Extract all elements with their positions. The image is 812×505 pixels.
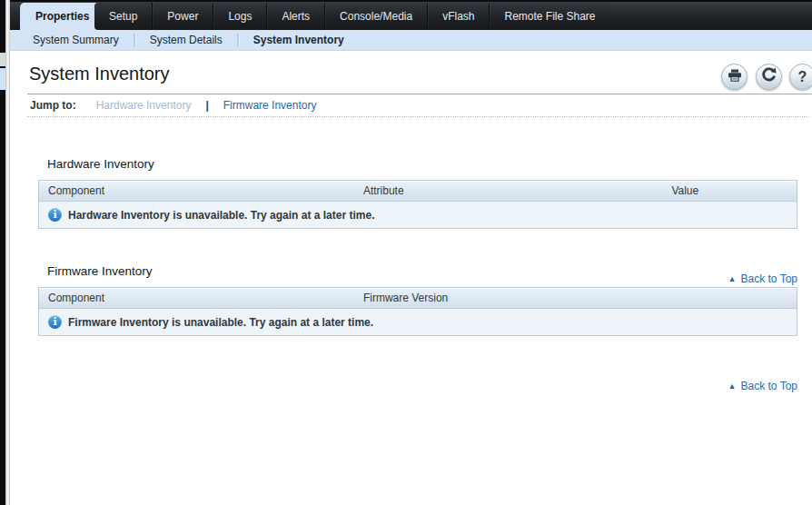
tab-alerts[interactable]: Alerts [266, 3, 324, 30]
hardware-unavailable-message: Hardware Inventory is unavailable. Try a… [68, 209, 374, 222]
tab-vflash[interactable]: vFlash [427, 3, 489, 30]
jump-to-row: Jump to: Hardware Inventory | Firmware I… [30, 99, 316, 112]
refresh-icon [761, 67, 777, 86]
header-divider [27, 94, 812, 94]
tab-properties[interactable]: Properties [20, 3, 104, 30]
frame-divider [5, 0, 10, 505]
hardware-table-header: Component Attribute Value [39, 181, 797, 202]
jump-link-separator: | [205, 99, 208, 112]
subtab-system-summary[interactable]: System Summary [30, 34, 122, 46]
firmware-unavailable-message: Firmware Inventory is unavailable. Try a… [68, 316, 373, 329]
sub-nav-bar: System Summary System Details System Inv… [10, 30, 812, 51]
up-triangle-icon: ▲ [728, 381, 737, 391]
up-triangle-icon: ▲ [728, 274, 737, 283]
tab-logs[interactable]: Logs [213, 3, 266, 30]
column-header-component: Component [39, 181, 354, 201]
tab-power[interactable]: Power [152, 3, 213, 30]
back-to-top-label: Back to Top [741, 380, 797, 392]
print-button[interactable] [721, 64, 748, 90]
column-header-component: Component [39, 288, 354, 308]
back-to-top-label: Back to Top [741, 272, 797, 285]
tab-remote-file-share[interactable]: Remote File Share [489, 3, 609, 30]
system-inventory-page: Properties Setup Power Logs Alerts Conso… [0, 0, 812, 505]
printer-icon [728, 69, 742, 85]
back-to-top-link-1[interactable]: ▲ Back to Top [728, 272, 797, 285]
tab-console-media[interactable]: Console/Media [324, 3, 427, 30]
tab-setup[interactable]: Setup [94, 3, 152, 30]
refresh-button[interactable] [756, 64, 782, 90]
column-header-attribute: Attribute [354, 181, 662, 201]
page-title: System Inventory [29, 64, 170, 84]
hardware-inventory-table: Component Attribute Value i Hardware Inv… [38, 180, 797, 229]
hardware-unavailable-row: i Hardware Inventory is unavailable. Try… [39, 202, 797, 228]
firmware-inventory-section-title: Firmware Inventory [47, 264, 153, 278]
jump-row-divider [27, 116, 808, 117]
column-header-value: Value [662, 181, 797, 201]
column-header-firmware-version: Firmware Version [354, 288, 797, 308]
top-nav-tabs: Setup Power Logs Alerts Console/Media vF… [94, 3, 610, 30]
jump-link-hardware-inventory[interactable]: Hardware Inventory [96, 99, 192, 112]
subtab-separator [134, 34, 135, 46]
info-icon: i [48, 208, 62, 222]
subtab-system-inventory[interactable]: System Inventory [251, 34, 347, 46]
firmware-table-header: Component Firmware Version [39, 288, 797, 309]
help-icon: ? [798, 69, 807, 85]
back-to-top-link-2[interactable]: ▲ Back to Top [728, 380, 797, 392]
subtab-system-details[interactable]: System Details [147, 34, 225, 46]
hardware-inventory-section-title: Hardware Inventory [47, 157, 154, 171]
firmware-inventory-table: Component Firmware Version i Firmware In… [38, 287, 797, 336]
jump-link-firmware-inventory[interactable]: Firmware Inventory [223, 99, 317, 112]
firmware-unavailable-row: i Firmware Inventory is unavailable. Try… [39, 309, 797, 335]
info-icon: i [48, 315, 62, 329]
help-button[interactable]: ? [789, 64, 812, 90]
jump-to-label: Jump to: [30, 99, 76, 112]
subtab-separator [237, 34, 239, 46]
